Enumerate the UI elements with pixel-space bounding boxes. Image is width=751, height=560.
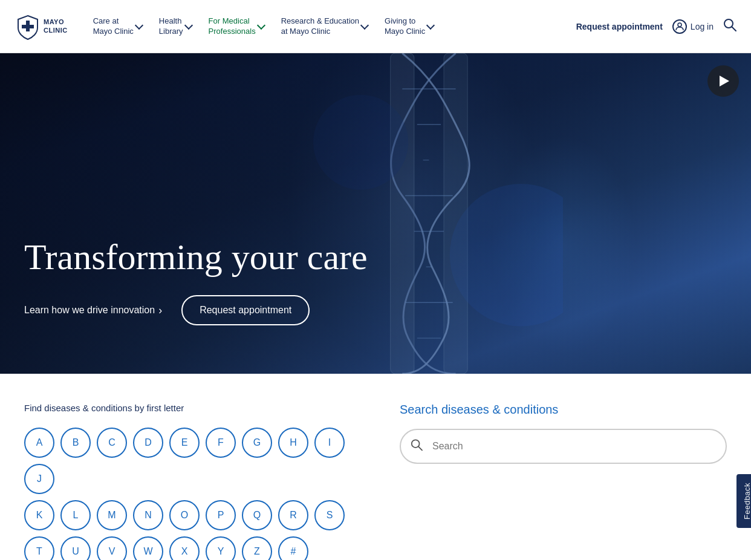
hero-request-appointment-button[interactable]: Request appointment — [181, 295, 310, 325]
alpha-btn-i[interactable]: I — [314, 428, 345, 458]
logo-text-line1: MAYO — [44, 18, 68, 26]
alpha-btn-t[interactable]: T — [24, 536, 54, 560]
alphabet-buttons: ABCDEFGHIJKLMNOPQRSTUVWXYZ# — [24, 428, 351, 560]
header-actions: Request appointment Log in — [576, 18, 736, 34]
alphabet-area: Find diseases & conditions by first lett… — [24, 403, 351, 560]
svg-line-5 — [732, 27, 736, 31]
nav-label-health: Health Library — [159, 16, 183, 37]
alpha-btn-q[interactable]: Q — [242, 500, 272, 530]
chevron-icon-medical — [257, 21, 265, 30]
search-button[interactable] — [723, 18, 736, 34]
find-diseases-label: Find diseases & conditions by first lett… — [24, 403, 351, 413]
alpha-btn-n[interactable]: N — [133, 500, 163, 530]
svg-point-3 — [678, 23, 681, 27]
alpha-btn-u[interactable]: U — [60, 536, 91, 560]
learn-link-text: Learn how we drive innovation — [24, 305, 155, 316]
chevron-icon-research — [360, 21, 369, 30]
nav-item-giving[interactable]: Giving to Mayo Clinic — [379, 11, 440, 42]
alpha-btn-h[interactable]: H — [278, 428, 308, 458]
nav-item-research[interactable]: Research & Education at Mayo Clinic — [275, 11, 374, 42]
nav-item-health[interactable]: Health Library — [153, 11, 198, 42]
login-label: Log in — [691, 22, 714, 31]
mayo-clinic-logo-icon — [15, 13, 41, 40]
alpha-btn-p[interactable]: P — [206, 500, 236, 530]
nav-item-care[interactable]: Care at Mayo Clinic — [87, 11, 148, 42]
main-nav: Care at Mayo Clinic Health Library For M… — [87, 11, 576, 42]
search-magnifier-icon — [411, 439, 423, 451]
alpha-btn-o[interactable]: O — [169, 500, 200, 530]
hero-section: Transforming your care Learn how we driv… — [0, 53, 751, 374]
svg-rect-2 — [22, 25, 34, 28]
nav-label-research: Research & Education at Mayo Clinic — [281, 16, 359, 37]
alpha-btn-a[interactable]: A — [24, 428, 54, 458]
learn-link[interactable]: Learn how we drive innovation › — [24, 304, 162, 317]
alpha-btn-v[interactable]: V — [97, 536, 127, 560]
hero-content: Transforming your care Learn how we driv… — [24, 237, 368, 325]
search-diseases-input[interactable] — [400, 429, 727, 464]
search-area: Search diseases & conditions — [400, 403, 727, 464]
alpha-btn-b[interactable]: B — [60, 428, 91, 458]
login-area[interactable]: Log in — [672, 19, 714, 34]
alpha-btn-g[interactable]: G — [242, 428, 272, 458]
hero-actions: Learn how we drive innovation › Request … — [24, 295, 368, 325]
alpha-btn-y[interactable]: Y — [206, 536, 236, 560]
alpha-btn-d[interactable]: D — [133, 428, 163, 458]
nav-label-giving: Giving to Mayo Clinic — [385, 16, 425, 37]
alpha-btn-k[interactable]: K — [24, 500, 54, 530]
logo[interactable]: MAYO CLINIC — [15, 13, 68, 40]
hero-title: Transforming your care — [24, 237, 368, 277]
chevron-icon-giving — [426, 21, 435, 30]
site-header: MAYO CLINIC Care at Mayo Clinic Health L… — [0, 0, 751, 53]
alpha-btn-c[interactable]: C — [97, 428, 127, 458]
alpha-btn-w[interactable]: W — [133, 536, 163, 560]
search-box-wrap — [400, 429, 727, 464]
alpha-btn-x[interactable]: X — [169, 536, 200, 560]
person-svg — [675, 22, 684, 31]
logo-text-line2: CLINIC — [44, 27, 68, 34]
alpha-btn-j[interactable]: J — [24, 464, 54, 494]
nav-label-medical: For Medical Professionals — [209, 16, 256, 37]
hero-overlay — [0, 53, 751, 374]
play-video-button[interactable] — [707, 65, 739, 97]
search-icon — [723, 18, 736, 31]
alpha-btn-r[interactable]: R — [278, 500, 308, 530]
alpha-btn-l[interactable]: L — [60, 500, 91, 530]
user-icon — [672, 19, 687, 34]
nav-item-medical[interactable]: For Medical Professionals — [203, 11, 270, 42]
alpha-btn-s[interactable]: S — [314, 500, 345, 530]
arrow-icon: › — [158, 304, 162, 317]
chevron-icon-care — [135, 21, 143, 30]
alpha-btn-#[interactable]: # — [278, 536, 308, 560]
diseases-section: Find diseases & conditions by first lett… — [0, 374, 751, 560]
alpha-btn-z[interactable]: Z — [242, 536, 272, 560]
alpha-btn-m[interactable]: M — [97, 500, 127, 530]
chevron-icon-health — [184, 21, 193, 30]
nav-label-care: Care at Mayo Clinic — [93, 16, 134, 37]
play-triangle-icon — [720, 76, 729, 86]
search-conditions-label: Search diseases & conditions — [400, 403, 727, 417]
request-appointment-button[interactable]: Request appointment — [576, 22, 663, 31]
alpha-btn-e[interactable]: E — [169, 428, 200, 458]
feedback-tab[interactable]: Feedback — [736, 474, 751, 528]
svg-line-19 — [418, 447, 422, 451]
search-diseases-icon — [411, 439, 423, 454]
alpha-btn-f[interactable]: F — [206, 428, 236, 458]
